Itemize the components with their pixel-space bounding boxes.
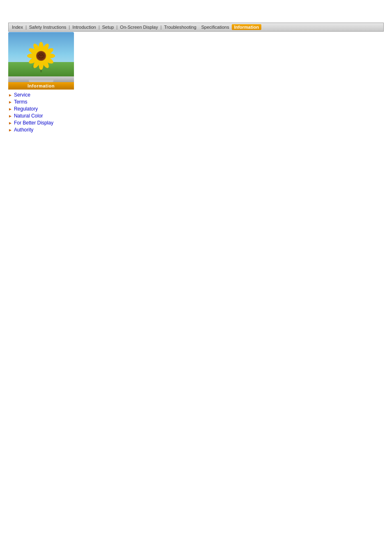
- nav-troubleshooting[interactable]: Troubleshooting: [162, 24, 198, 30]
- nav-sep-1: |: [25, 25, 28, 30]
- nav-sep-2: |: [68, 25, 71, 30]
- nav-specifications[interactable]: Specifications: [198, 24, 231, 30]
- nav-setup[interactable]: Setup: [100, 24, 115, 30]
- nav-safety[interactable]: Safety Instructions: [28, 24, 68, 30]
- nav-sep-3: |: [98, 25, 101, 30]
- nav-sep-4: |: [115, 25, 118, 30]
- nav-introduction[interactable]: Introduction: [71, 24, 97, 30]
- nav-osd[interactable]: On-Screen Display: [118, 24, 159, 30]
- nav-sep-5: |: [159, 25, 162, 30]
- navigation-bar: Index | Safety Instructions | Introducti…: [8, 23, 384, 32]
- nav-index[interactable]: Index: [10, 24, 25, 30]
- nav-information[interactable]: Information: [232, 24, 262, 30]
